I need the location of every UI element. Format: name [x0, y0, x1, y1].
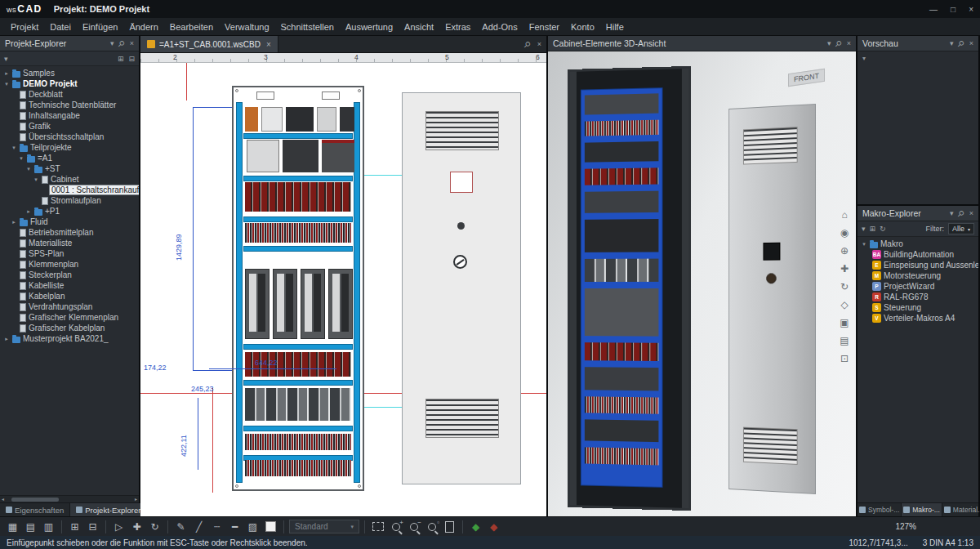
tree-item-p1[interactable]: ▸+P1 — [0, 206, 139, 216]
tree-item-betriebsmittelplan[interactable]: Betriebsmittelplan — [0, 227, 139, 238]
save-view-icon[interactable]: ⊡ — [838, 352, 851, 365]
chevron-down-icon[interactable]: ▾ — [950, 39, 954, 47]
layers-icon[interactable]: ▤ — [838, 334, 851, 347]
tab-projekt-explorer[interactable]: Projekt-Explorer — [70, 503, 147, 516]
expand-icon[interactable]: ⊞ — [118, 55, 124, 63]
tree-item-kabelliste[interactable]: Kabelliste — [0, 280, 139, 291]
pin-icon[interactable]: ⚲ — [523, 39, 533, 50]
tree-item-st[interactable]: ▾+ST — [0, 163, 139, 174]
chevron-down-icon[interactable]: ▾ — [827, 39, 831, 47]
tree-item-musterprojekt-ba2021[interactable]: ▸Musterprojekt BA2021_ — [0, 333, 139, 344]
tree-item-technische-datenblätter[interactable]: Technische Datenblätter — [0, 100, 139, 110]
tree-twisty-icon[interactable]: ▾ — [25, 166, 32, 172]
chevron-down-icon[interactable]: ▾ — [862, 225, 866, 233]
pin-icon[interactable]: ⚲ — [834, 38, 844, 49]
move-icon[interactable]: ✚ — [129, 519, 145, 534]
drawing-canvas[interactable]: 1429,89 644,22 174,22 245,23 422,11 — [140, 63, 546, 516]
menu-extras[interactable]: Extras — [439, 20, 476, 34]
line-icon[interactable]: ╱ — [191, 519, 207, 534]
close-icon[interactable]: × — [969, 209, 973, 217]
rotate-icon[interactable]: ↻ — [147, 519, 163, 534]
tree-twisty-icon[interactable]: ▾ — [11, 145, 17, 151]
menu-fenster[interactable]: Fenster — [523, 20, 565, 34]
rotate-icon[interactable]: ↻ — [838, 280, 851, 293]
tree-item-übersichtsschaltplan[interactable]: Übersichtsschaltplan — [0, 132, 139, 142]
tab-material[interactable]: Material... — [942, 503, 980, 516]
linewidth-icon[interactable]: ━ — [227, 519, 243, 534]
zoom-in-icon[interactable]: + — [388, 519, 403, 534]
grid-icon[interactable]: ▦ — [5, 519, 20, 534]
tab-makro[interactable]: Makro-... — [902, 503, 942, 516]
menu-datei[interactable]: Datei — [44, 20, 77, 34]
tree-twisty-icon[interactable]: ▾ — [18, 155, 24, 162]
makro-item-einspeisung-und-aussenleiter[interactable]: EEinspeisung und Aussenleiter — [858, 260, 978, 270]
close-button[interactable]: × — [969, 5, 973, 14]
menu-ändern[interactable]: Ändern — [123, 20, 163, 34]
tree-twisty-icon[interactable]: ▸ — [25, 208, 32, 215]
tree-item-steckerplan[interactable]: Steckerplan — [0, 270, 139, 280]
menu-hilfe[interactable]: Hilfe — [600, 20, 630, 34]
tree-item-cabinet[interactable]: ▾Cabinet — [0, 174, 139, 185]
tree-item-demo-projekt[interactable]: ▾DEMO Projekt — [0, 78, 139, 89]
tree-item-kabelplan[interactable]: Kabelplan — [0, 291, 139, 301]
makro-item-ral-rg678[interactable]: RRAL-RG678 — [858, 292, 978, 302]
hatch-icon[interactable]: ▨ — [245, 519, 261, 534]
scrollbar-thumb[interactable] — [11, 498, 59, 502]
new-folder-icon[interactable]: ⊞ — [870, 225, 876, 233]
tree-item-sps-plan[interactable]: SPS-Plan — [0, 248, 139, 259]
menu-verwaltung[interactable]: Verwaltung — [219, 20, 274, 34]
tree-item-makro-root[interactable]: ▾Makro — [858, 239, 978, 249]
cabinet-3d-viewport[interactable]: FRONT — [548, 51, 856, 516]
raster-icon[interactable]: ⊟ — [85, 519, 100, 534]
tree-twisty-icon[interactable]: ▸ — [11, 219, 17, 225]
redline-on-icon[interactable]: ◆ — [468, 519, 483, 534]
marquee-icon[interactable] — [370, 519, 385, 534]
pin-icon[interactable]: ⚲ — [956, 38, 967, 49]
tab-symbol[interactable]: Symbol-... — [858, 503, 902, 516]
tree-item-grafischer-klemmenplan[interactable]: Grafischer Klemmenplan — [0, 312, 139, 323]
menu-konto[interactable]: Konto — [565, 20, 600, 34]
tree-item-verdrahtungsplan[interactable]: Verdrahtungsplan — [0, 301, 139, 312]
scroll-right-icon[interactable]: ▸ — [135, 496, 137, 503]
collapse-all-icon[interactable]: ▾ — [4, 55, 8, 63]
box-view-icon[interactable]: ▣ — [838, 316, 851, 329]
tree-item-stromlaufplan[interactable]: Stromlaufplan — [0, 195, 139, 206]
snap-icon[interactable]: ⊞ — [67, 519, 82, 534]
zoom-out-icon[interactable]: − — [406, 519, 421, 534]
linestyle-icon[interactable]: ┄ — [209, 519, 225, 534]
makro-item-verteiler-makros-a4[interactable]: VVerteiler-Makros A4 — [858, 313, 978, 324]
scroll-left-icon[interactable]: ◂ — [2, 496, 4, 503]
color-swatch[interactable] — [263, 519, 278, 534]
menu-auswertung[interactable]: Auswertung — [340, 20, 399, 34]
refresh-icon[interactable]: ↻ — [880, 225, 886, 233]
tree-item-klemmenplan[interactable]: Klemmenplan — [0, 259, 139, 270]
orbit-icon[interactable]: ◇ — [838, 298, 851, 311]
chevron-down-icon[interactable]: ▾ — [862, 55, 866, 62]
zoom-window-icon[interactable]: ▫ — [424, 519, 439, 534]
tree-item-materialliste[interactable]: Materialliste — [0, 238, 139, 248]
tab-close-icon[interactable]: × — [266, 40, 271, 49]
tab-eigenschaften[interactable]: Eigenschaften — [0, 503, 70, 516]
chevron-down-icon[interactable]: ▾ — [950, 209, 954, 217]
pencil-icon[interactable]: ✎ — [173, 519, 189, 534]
tree-item-0001-schaltschrankauf[interactable]: 0001 : Schaltschrankauf — [0, 185, 139, 195]
menu-add-ons[interactable]: Add-Ons — [476, 20, 523, 34]
tree-item-teilprojekte[interactable]: ▾Teilprojekte — [0, 142, 139, 153]
filter-combo[interactable]: Alle ▾ — [948, 223, 974, 234]
pan-icon[interactable]: ✚ — [838, 262, 851, 275]
makro-item-steuerung[interactable]: SSteuerung — [858, 302, 978, 313]
cabinet-3d-model[interactable] — [568, 66, 691, 511]
minimize-button[interactable]: — — [929, 5, 938, 14]
menu-ansicht[interactable]: Ansicht — [399, 20, 439, 34]
close-icon[interactable]: × — [847, 39, 851, 47]
makro-item-buildingautomation[interactable]: BABuildingAutomation — [858, 249, 978, 260]
document-tab[interactable]: =A1+ST_CAB.0001.wsCBD × — [140, 36, 278, 52]
horizontal-scrollbar[interactable]: ◂ ▸ — [0, 495, 139, 502]
menu-einfügen[interactable]: Einfügen — [77, 20, 123, 34]
chevron-down-icon[interactable]: ▾ — [110, 39, 114, 47]
close-icon[interactable]: × — [130, 39, 134, 47]
menu-projekt[interactable]: Projekt — [5, 20, 44, 34]
menu-bearbeiten[interactable]: Bearbeiten — [164, 20, 219, 34]
tree-twisty-icon[interactable]: ▾ — [3, 81, 10, 87]
home-icon[interactable]: ⌂ — [838, 208, 851, 221]
